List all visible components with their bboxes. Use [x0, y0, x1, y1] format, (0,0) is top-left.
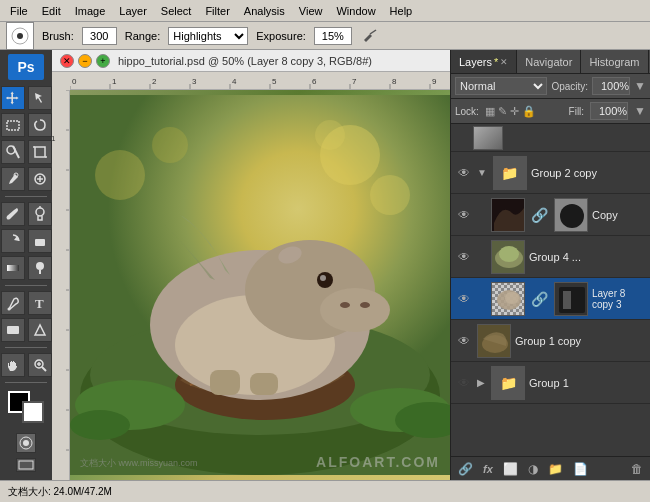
adjustment-layer-button[interactable]: ◑ — [525, 462, 541, 476]
color-boxes — [8, 391, 44, 423]
gradient-tool[interactable] — [1, 256, 25, 280]
tab-histogram[interactable]: Histogram — [581, 50, 648, 73]
ruler-horizontal: 0 1 2 3 4 5 6 7 — [70, 72, 450, 90]
screen-mode[interactable] — [16, 458, 36, 472]
dodge-tool[interactable] — [28, 256, 52, 280]
canvas-image-area[interactable]: 0 1 2 3 4 5 6 7 — [52, 72, 450, 480]
airbrush-toggle[interactable] — [360, 26, 380, 46]
layers-list[interactable]: 👁 ▼ 📁 Group 2 copy 👁 🔗 — [451, 152, 650, 456]
lock-fill-row: Lock: ▦ ✎ ✛ 🔒 Fill: ▼ — [451, 99, 650, 124]
svg-line-23 — [42, 367, 46, 371]
opacity-input[interactable] — [592, 77, 630, 95]
layer-copy[interactable]: 👁 🔗 Copy — [451, 194, 650, 236]
eyedropper-tool[interactable] — [1, 167, 25, 191]
hand-tool[interactable] — [1, 353, 25, 377]
path-component-tool[interactable] — [28, 318, 52, 342]
layer-group4[interactable]: 👁 Group 4 ... — [451, 236, 650, 278]
history-brush-tool[interactable] — [1, 229, 25, 253]
layer-group1copy[interactable]: 👁 Group 1 copy — [451, 320, 650, 362]
menu-file[interactable]: File — [4, 3, 34, 19]
link-layers-button[interactable]: 🔗 — [455, 462, 476, 476]
canvas-minimize-button[interactable]: − — [78, 54, 92, 68]
layer-arrow-0[interactable]: ▼ — [477, 167, 487, 178]
healing-tool[interactable] — [28, 167, 52, 191]
menu-bar: File Edit Image Layer Select Filter Anal… — [0, 0, 650, 22]
menu-view[interactable]: View — [293, 3, 329, 19]
range-select[interactable]: HighlightsShadowsMidtones — [168, 27, 248, 45]
layer-effects-button[interactable]: fx — [480, 463, 496, 475]
svg-point-19 — [7, 308, 10, 311]
status-bar: 文档大小: 24.0M/47.2M — [0, 480, 650, 502]
move-tool[interactable] — [1, 86, 25, 110]
svg-text:2: 2 — [152, 77, 157, 86]
svg-rect-6 — [35, 147, 45, 157]
ps-logo: Ps — [8, 54, 44, 80]
path-select-tool[interactable] — [28, 86, 52, 110]
tab-navigator[interactable]: Navigator — [517, 50, 581, 73]
fill-arrow[interactable]: ▼ — [634, 104, 646, 118]
lock-all[interactable]: 🔒 — [522, 105, 536, 118]
shape-tool[interactable] — [1, 318, 25, 342]
background-color[interactable] — [22, 401, 44, 423]
svg-text:5: 5 — [272, 77, 277, 86]
canvas-title-bar: ✕ − + hippo_tutorial.psd @ 50% (Layer 8 … — [52, 50, 450, 72]
menu-window[interactable]: Window — [330, 3, 381, 19]
opacity-label: Opacity: — [551, 81, 588, 92]
magic-wand-tool[interactable] — [1, 140, 25, 164]
layer-mask-1 — [554, 198, 588, 232]
menu-help[interactable]: Help — [384, 3, 419, 19]
layer-mini-thumb — [473, 126, 503, 150]
layer-visibility-0[interactable]: 👁 — [455, 166, 473, 180]
brush-size-input[interactable] — [82, 27, 117, 45]
rect-marquee-tool[interactable] — [1, 113, 25, 137]
fill-input[interactable] — [590, 102, 628, 120]
lasso-tool[interactable] — [28, 113, 52, 137]
lock-image-pixels[interactable]: ✎ — [498, 105, 507, 118]
forum-watermark: 文档大小 www.missyuan.com — [80, 457, 198, 470]
eraser-tool[interactable] — [28, 229, 52, 253]
delete-layer-button[interactable]: 🗑 — [628, 462, 646, 476]
opacity-arrow[interactable]: ▼ — [634, 79, 646, 93]
layer-group2copy[interactable]: 👁 ▼ 📁 Group 2 copy — [451, 152, 650, 194]
lock-transparent-pixels[interactable]: ▦ — [485, 105, 495, 118]
layer-visibility-3[interactable]: 👁 — [455, 292, 473, 306]
blend-mode-select[interactable]: NormalMultiplyScreenOverlay — [455, 77, 547, 95]
canvas-document[interactable]: ALFOART.COM 文档大小 www.missyuan.com — [70, 90, 450, 480]
layer-mask-3 — [554, 282, 588, 316]
add-mask-button[interactable]: ⬜ — [500, 462, 521, 476]
new-layer-button[interactable]: 📄 — [570, 462, 591, 476]
layer-thumb-3 — [491, 282, 525, 316]
canvas-maximize-button[interactable]: + — [96, 54, 110, 68]
brush-preset-picker[interactable] — [6, 22, 34, 50]
text-tool[interactable]: T — [28, 291, 52, 315]
menu-edit[interactable]: Edit — [36, 3, 67, 19]
brush-tool[interactable] — [1, 202, 25, 226]
layer-arrow-5[interactable]: ▶ — [477, 377, 485, 388]
zoom-tool[interactable] — [28, 353, 52, 377]
quick-mask-mode[interactable] — [16, 433, 36, 453]
exposure-input[interactable] — [314, 27, 352, 45]
menu-layer[interactable]: Layer — [113, 3, 153, 19]
lock-position[interactable]: ✛ — [510, 105, 519, 118]
crop-tool[interactable] — [28, 140, 52, 164]
clone-stamp-tool[interactable] — [28, 202, 52, 226]
menu-analysis[interactable]: Analysis — [238, 3, 291, 19]
layer-visibility-4[interactable]: 👁 — [455, 334, 473, 348]
layer-thumb-1 — [491, 198, 525, 232]
layer-selected[interactable]: 👁 🔗 Layer 8 — [451, 278, 650, 320]
layer-visibility-2[interactable]: 👁 — [455, 250, 473, 264]
toolbar: Ps — [0, 50, 52, 480]
layer-visibility-5[interactable]: 👁 — [455, 376, 473, 390]
menu-select[interactable]: Select — [155, 3, 198, 19]
new-group-button[interactable]: 📁 — [545, 462, 566, 476]
pen-tool[interactable] — [1, 291, 25, 315]
menu-image[interactable]: Image — [69, 3, 112, 19]
tab-layers[interactable]: Layers * ✕ — [451, 50, 517, 73]
svg-point-66 — [95, 150, 145, 200]
canvas-close-button[interactable]: ✕ — [60, 54, 74, 68]
layer-group1[interactable]: 👁 ▶ 📁 Group 1 — [451, 362, 650, 404]
layer-visibility-1[interactable]: 👁 — [455, 208, 473, 222]
layers-panel: Layers * ✕ Navigator Histogram NormalMul… — [451, 50, 650, 480]
tab-layers-close[interactable]: ✕ — [500, 57, 508, 67]
menu-filter[interactable]: Filter — [199, 3, 235, 19]
